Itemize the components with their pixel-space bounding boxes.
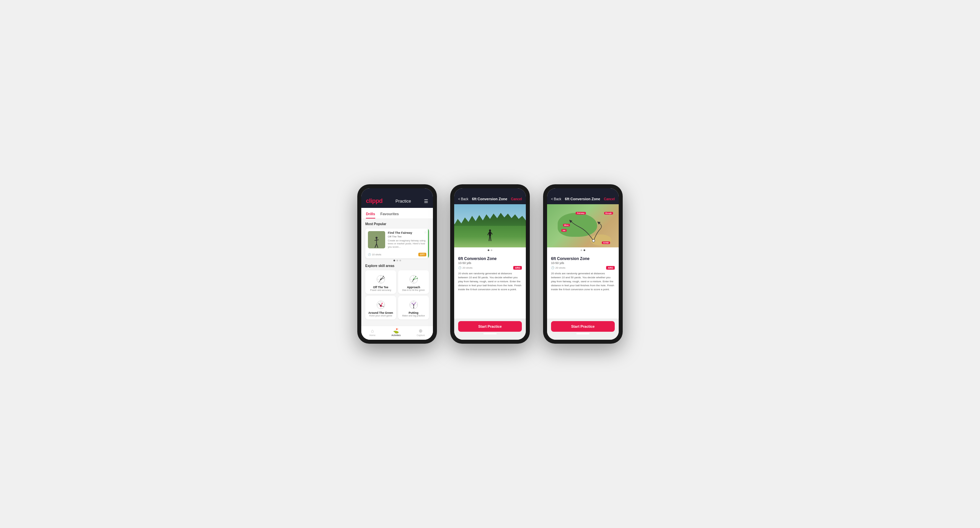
phone-1: clippd Practice ☰ Drills Favourites Most… (357, 184, 437, 344)
dot3-1[interactable] (581, 249, 582, 251)
svg-line-4 (377, 244, 378, 248)
drill-title-2: 6ft Conversion Zone (458, 256, 522, 261)
golf-photo (454, 204, 526, 247)
skill-off-the-tee[interactable]: Off The Tee Power and accuracy (365, 270, 396, 294)
golf-map: Fairway Rough Miss Hit SAND (547, 204, 619, 247)
svg-point-39 (411, 303, 412, 303)
menu-icon[interactable]: ☰ (424, 199, 428, 204)
phone-3: < Back 6ft Conversion Zone Cancel Fairwa… (543, 184, 623, 344)
phone1-screen: clippd Practice ☰ Drills Favourites Most… (361, 188, 433, 340)
back-button-3[interactable]: < Back (551, 197, 561, 201)
skill-sub-ott: Power and accuracy (370, 289, 391, 291)
drill-range-2: 10-50 yds (458, 262, 522, 265)
phone2-title: 6ft Conversion Zone (472, 197, 507, 201)
svg-point-29 (378, 303, 379, 304)
phone1-header-title: Practice (395, 199, 411, 204)
green-bar (428, 228, 429, 258)
dot2-2[interactable] (491, 249, 492, 251)
arg-badge-3: ARG (606, 266, 615, 270)
svg-rect-43 (489, 231, 491, 236)
skills-grid: Off The Tee Power and accuracy (365, 270, 429, 319)
svg-point-48 (592, 239, 595, 242)
svg-line-2 (375, 240, 379, 241)
carousel-dots (365, 260, 429, 262)
phone1-header: clippd Practice ☰ (361, 188, 433, 208)
map-bg: Fairway Rough Miss Hit SAND (547, 204, 619, 247)
skill-sub-putting: Make and lag practice (402, 314, 425, 317)
phone2-header: < Back 6ft Conversion Zone Cancel (454, 188, 526, 204)
explore-label: Explore skill areas (365, 264, 429, 268)
nav-home[interactable]: ⌂ Home (369, 328, 375, 337)
clock-icon-2: 🕐 (458, 266, 461, 269)
card-subtitle: Off The Tee (388, 235, 426, 238)
phone2-dots (454, 247, 526, 253)
phones-container: clippd Practice ☰ Drills Favourites Most… (357, 184, 623, 344)
tab-drills[interactable]: Drills (366, 211, 375, 219)
clippd-logo: clippd (366, 198, 382, 204)
phone2-bottom: Start Practice (454, 319, 526, 340)
activities-icon: ⛳ (393, 328, 399, 333)
dot2-1[interactable] (488, 249, 489, 251)
capture-icon: ⊕ (419, 328, 423, 333)
drill-description-2: 20 shots are randomly generated at dista… (458, 272, 522, 292)
phone2-content: 6ft Conversion Zone 10-50 yds 🕐 20 shots… (454, 204, 526, 319)
skill-approach[interactable]: Approach Dial-in to hit the green (398, 270, 429, 294)
home-indicator-3 (576, 333, 590, 334)
svg-line-44 (488, 233, 489, 235)
cancel-button-3[interactable]: Cancel (604, 197, 615, 201)
dot3-2[interactable] (584, 249, 585, 251)
drill-range-3: 10-50 yds (551, 262, 615, 265)
putting-icon (406, 298, 421, 311)
svg-point-42 (489, 230, 491, 231)
back-button-2[interactable]: < Back (458, 197, 468, 201)
svg-point-41 (413, 307, 414, 308)
svg-line-45 (491, 233, 492, 234)
svg-line-21 (412, 279, 414, 282)
shots-text-2: 🕐 20 shots (458, 266, 473, 269)
shots-row-3: 🕐 20 shots ARG (551, 266, 615, 270)
dot-1[interactable] (393, 260, 395, 262)
map-arrows (547, 204, 619, 247)
featured-card[interactable]: Find The Fairway Off The Tee Create an i… (365, 228, 429, 258)
phone3-header: < Back 6ft Conversion Zone Cancel (547, 188, 619, 204)
off-tee-icon (374, 273, 388, 286)
svg-point-37 (415, 302, 416, 303)
skill-around-green[interactable]: Around The Green Hone your short game (365, 296, 396, 319)
favourite-icon[interactable]: ☆ (424, 230, 427, 234)
nav-capture[interactable]: ⊕ Capture (417, 328, 425, 337)
skill-sub-approach: Dial-in to hit the green (402, 289, 425, 291)
arg-badge-2: ARG (513, 266, 522, 270)
home-indicator-2 (484, 333, 496, 334)
svg-point-27 (382, 303, 382, 303)
around-green-icon (374, 298, 388, 311)
ott-badge: OTT (418, 253, 426, 256)
card-title: Find The Fairway (388, 231, 426, 235)
photo-bg (454, 204, 526, 247)
start-practice-button-2[interactable]: Start Practice (458, 321, 522, 332)
dot-2[interactable] (396, 260, 398, 262)
bottom-nav: ⌂ Home ⛳ Activities ⊕ Capture (361, 326, 433, 340)
dot-3[interactable] (399, 260, 401, 262)
shots-text-3: 🕐 20 shots (551, 266, 565, 269)
cancel-button-2[interactable]: Cancel (511, 197, 522, 201)
skill-name-putting: Putting (409, 311, 418, 314)
phone3-title: 6ft Conversion Zone (565, 197, 600, 201)
golfer-figure (487, 229, 493, 242)
phone1-content: Most Popular (361, 219, 433, 326)
skill-putting[interactable]: Putting Make and lag practice (398, 296, 429, 319)
drill-description-3: 20 shots are randomly generated at dista… (551, 272, 615, 292)
card-footer: 🕐 10 shots OTT (365, 251, 429, 258)
shots-label: 🕐 10 shots (368, 253, 381, 256)
svg-point-31 (383, 306, 384, 307)
most-popular-label: Most Popular (365, 222, 429, 226)
svg-point-10 (383, 276, 384, 277)
phone3-dots (547, 247, 619, 253)
start-practice-button-3[interactable]: Start Practice (551, 321, 615, 332)
skill-name-atg: Around The Green (368, 311, 393, 314)
nav-activities[interactable]: ⛳ Activities (391, 328, 401, 337)
drill-title-3: 6ft Conversion Zone (551, 256, 615, 261)
phone3-screen: < Back 6ft Conversion Zone Cancel Fairwa… (547, 188, 619, 340)
phone3-bottom: Start Practice (547, 319, 619, 340)
card-desc: Create an imaginary fairway using trees … (388, 239, 426, 249)
tab-favourites[interactable]: Favourites (380, 211, 399, 219)
